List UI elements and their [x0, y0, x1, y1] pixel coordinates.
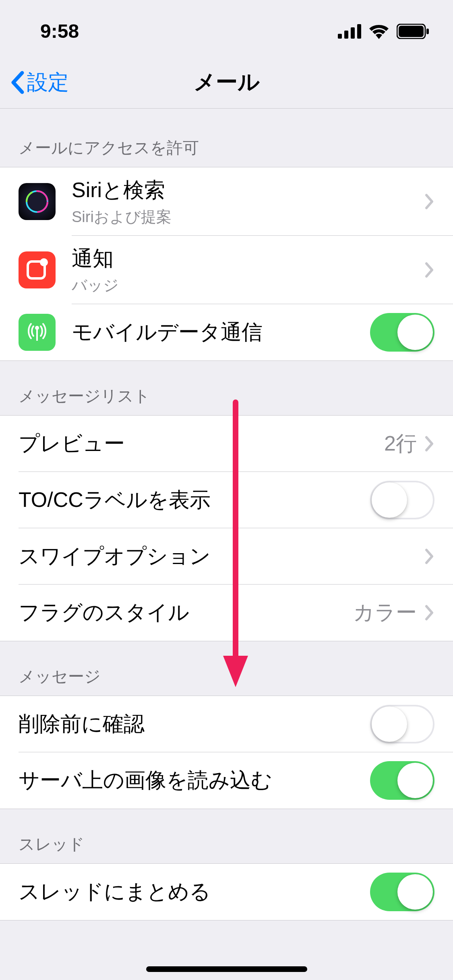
- section-header-message-list: メッセージリスト: [0, 361, 453, 415]
- row-load-remote-images[interactable]: サーバ上の画像を読み込む: [0, 752, 453, 809]
- row-title: Siriと検索: [72, 176, 425, 204]
- chevron-left-icon: [10, 70, 25, 95]
- chevron-right-icon: [425, 436, 434, 452]
- back-button[interactable]: 設定: [0, 68, 69, 97]
- navigation-bar: 設定 メール: [0, 56, 453, 109]
- chevron-right-icon: [425, 548, 434, 564]
- row-notifications[interactable]: 通知 バッジ: [0, 236, 453, 304]
- row-title: サーバ上の画像を読み込む: [19, 766, 370, 795]
- chevron-right-icon: [425, 605, 434, 621]
- row-cellular-data[interactable]: モバイルデータ通信: [0, 304, 453, 360]
- status-icons: [338, 24, 429, 39]
- svg-point-11: [40, 258, 48, 266]
- back-label: 設定: [27, 68, 69, 97]
- section-header-access: メールにアクセスを許可: [0, 109, 453, 167]
- svg-rect-2: [351, 27, 355, 39]
- row-siri-search[interactable]: Siriと検索 Siriおよび提案: [0, 167, 453, 236]
- cellular-signal-icon: [338, 24, 361, 39]
- row-tocc-label[interactable]: TO/CCラベルを表示: [0, 472, 453, 528]
- row-title: TO/CCラベルを表示: [19, 486, 370, 514]
- row-title: 削除前に確認: [19, 710, 370, 738]
- cellular-icon: [19, 314, 56, 351]
- row-value: 2行: [384, 430, 417, 458]
- chevron-right-icon: [425, 194, 434, 210]
- row-preview[interactable]: プレビュー 2行: [0, 416, 453, 472]
- row-title: フラグのスタイル: [19, 599, 353, 627]
- svg-rect-6: [426, 29, 429, 34]
- row-confirm-delete[interactable]: 削除前に確認: [0, 696, 453, 752]
- status-bar: 9:58: [0, 0, 453, 56]
- row-subtitle: Siriおよび提案: [72, 207, 425, 227]
- row-title: プレビュー: [19, 430, 384, 458]
- toggle-load-remote-images[interactable]: [370, 761, 434, 800]
- group-thread: スレッドにまとめる: [0, 863, 453, 920]
- row-swipe-options[interactable]: スワイプオプション: [0, 528, 453, 585]
- row-title: 通知: [72, 245, 425, 273]
- group-message: 削除前に確認 サーバ上の画像を読み込む: [0, 696, 453, 809]
- row-value: カラー: [353, 599, 417, 627]
- status-time: 9:58: [40, 20, 79, 42]
- svg-rect-3: [357, 24, 361, 39]
- svg-rect-0: [338, 34, 342, 39]
- toggle-organize-thread[interactable]: [370, 873, 434, 911]
- svg-rect-12: [36, 329, 38, 341]
- siri-icon: [19, 183, 56, 220]
- group-message-list: プレビュー 2行 TO/CCラベルを表示 スワイプオプション フラグのスタイル …: [0, 415, 453, 641]
- row-title: スレッドにまとめる: [19, 878, 370, 906]
- section-header-message: メッセージ: [0, 641, 453, 696]
- svg-rect-5: [399, 26, 424, 37]
- svg-rect-1: [344, 31, 348, 39]
- row-title: スワイプオプション: [19, 542, 425, 570]
- wifi-icon: [368, 24, 389, 39]
- row-subtitle: バッジ: [72, 275, 425, 296]
- svg-point-13: [35, 326, 39, 330]
- row-flag-style[interactable]: フラグのスタイル カラー: [0, 585, 453, 641]
- toggle-cellular-data[interactable]: [370, 313, 434, 352]
- notifications-icon: [19, 251, 56, 288]
- row-organize-thread[interactable]: スレッドにまとめる: [0, 864, 453, 920]
- toggle-tocc-label[interactable]: [370, 481, 434, 519]
- row-title: モバイルデータ通信: [72, 318, 370, 346]
- chevron-right-icon: [425, 262, 434, 278]
- section-header-thread: スレッド: [0, 809, 453, 863]
- home-indicator[interactable]: [146, 966, 307, 972]
- group-access: Siriと検索 Siriおよび提案 通知 バッジ: [0, 167, 453, 361]
- battery-icon: [397, 24, 429, 39]
- toggle-confirm-delete[interactable]: [370, 705, 434, 743]
